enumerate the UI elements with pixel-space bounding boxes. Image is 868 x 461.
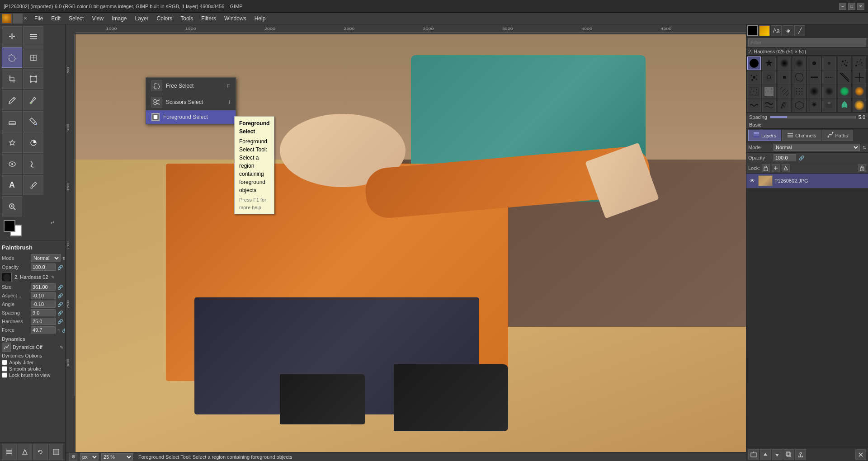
brush-cell-dots-pattern[interactable] (793, 85, 806, 98)
unified-transform-btn[interactable] (23, 69, 43, 89)
brush-cell-diagonal-1[interactable] (838, 71, 851, 84)
brush-cell-line-1[interactable] (807, 71, 821, 84)
brush-cell-splat[interactable] (807, 99, 821, 112)
layers-opacity-input[interactable] (774, 154, 796, 161)
brush-cell-cross[interactable] (853, 71, 866, 84)
layers-mode-arrows[interactable]: ⇅ (863, 145, 866, 150)
foreground-color-box[interactable] (4, 220, 15, 232)
minimize-button[interactable]: – (839, 3, 846, 10)
aspect-chain[interactable]: 🔗 (57, 293, 63, 298)
new-layer-from-visible-btn[interactable] (748, 449, 759, 460)
brush-icon[interactable]: ╱ (794, 25, 805, 36)
blur-sharpen-btn[interactable] (2, 154, 22, 174)
brush-cell-orange-round[interactable] (853, 85, 866, 98)
lock-brush-checkbox[interactable] (2, 372, 7, 378)
align-tool-btn[interactable] (23, 26, 43, 47)
opacity-chain[interactable]: 🔗 (57, 265, 63, 270)
device-status-tab[interactable] (18, 444, 33, 460)
menu-item-file[interactable]: File (31, 14, 47, 23)
heal-tool-btn[interactable] (2, 132, 22, 153)
lock-pixels-icon[interactable] (762, 164, 770, 172)
mode-arrows[interactable]: ⇅ (62, 256, 65, 261)
menu-item-help[interactable]: Help (251, 14, 269, 23)
brush-cell-round-orange[interactable] (853, 99, 866, 112)
aspect-input[interactable] (31, 292, 56, 299)
ctx-scissors-select[interactable]: Scissors Select I (146, 94, 236, 110)
duplicate-layer-btn[interactable] (783, 449, 794, 460)
unit-select[interactable]: pxmmin (80, 453, 99, 461)
brush-edit-btn[interactable]: ✎ (51, 275, 55, 280)
angle-input[interactable] (31, 301, 56, 308)
filter-input[interactable] (748, 38, 866, 47)
brush-cell-splatter-3[interactable] (747, 71, 761, 84)
hardness-chain[interactable]: 🔗 (57, 319, 63, 324)
zoom-tool-btn[interactable] (2, 196, 22, 216)
brush-cell-feathered[interactable] (822, 85, 836, 98)
angle-chain[interactable]: 🔗 (57, 302, 63, 307)
brush-cell-noisy-2[interactable] (762, 85, 776, 98)
brush-cell-spatter-2[interactable] (853, 56, 866, 70)
brush-cell-scatter-1[interactable] (778, 71, 791, 84)
brush-cell-black-circle[interactable] (747, 56, 761, 70)
layers-opacity-chain[interactable]: 🔗 (799, 155, 804, 160)
paths-tab[interactable]: Paths (822, 130, 853, 141)
hardness-input[interactable] (31, 318, 56, 325)
lock-position-icon[interactable] (772, 164, 780, 172)
brush-cell-stamp[interactable] (822, 99, 836, 112)
brush-cell-green[interactable] (838, 85, 851, 98)
text-tool-btn[interactable]: A (2, 175, 22, 195)
channels-tab[interactable]: Channels (782, 130, 821, 141)
maximize-button[interactable]: □ (848, 3, 855, 10)
mode-select[interactable]: NormalDissolveMultiply (31, 254, 61, 262)
gradient-icon[interactable] (759, 25, 770, 36)
menu-item-edit[interactable]: Edit (47, 14, 64, 23)
undo-history-tab[interactable] (33, 444, 48, 460)
dynamics-edit-btn[interactable]: ✎ (60, 345, 63, 350)
brush-cell-sketch-1[interactable] (778, 99, 791, 112)
menu-item-select[interactable]: Select (65, 14, 87, 23)
brush-cell-line-2[interactable] (822, 71, 836, 84)
menu-item-image[interactable]: Image (108, 14, 130, 23)
layer-visibility-eye[interactable]: 👁 (748, 177, 756, 185)
ctx-free-select[interactable]: Free Select F (146, 78, 236, 94)
smudge-tool-btn[interactable] (23, 154, 43, 174)
layers-tab[interactable]: Layers (748, 130, 781, 141)
statusbar-settings-icon[interactable]: ⚙ (69, 453, 77, 461)
brush-cell-canvas[interactable] (793, 99, 806, 112)
text-icon[interactable]: Aa (771, 25, 782, 36)
smooth-stroke-checkbox[interactable] (2, 366, 7, 372)
brush-cell-wiggly-1[interactable] (747, 99, 761, 112)
brush-cell-leaf[interactable] (838, 99, 851, 112)
brush-cell-soft-1[interactable] (778, 56, 791, 70)
move-tool-btn[interactable]: ✛ (2, 26, 22, 47)
layers-mode-select[interactable]: NormalMultiplyScreen (774, 144, 860, 151)
canvas-container[interactable]: Free Select F Scissors Select I Fore (75, 34, 746, 452)
transform-tool-btn[interactable] (23, 47, 43, 68)
brush-cell-scatter-2[interactable] (793, 71, 806, 84)
crop-tool-btn[interactable] (2, 69, 22, 89)
brush-cell-small-1[interactable] (807, 56, 821, 70)
images-tab[interactable] (49, 444, 64, 460)
lock-all-icon[interactable] (858, 164, 866, 172)
raise-layer-btn[interactable] (760, 449, 771, 460)
lower-layer-btn[interactable] (772, 449, 783, 460)
ctx-foreground-select[interactable]: Foreground Select (146, 110, 236, 124)
menu-item-filters[interactable]: Filters (198, 14, 220, 23)
opacity-input[interactable] (31, 263, 56, 271)
dodge-burn-btn[interactable] (23, 132, 43, 153)
layer-row[interactable]: 👁 P1260802.JPG (746, 174, 868, 188)
close-document-icon[interactable]: ✕ (24, 16, 27, 21)
eraser-tool-btn[interactable] (2, 111, 22, 132)
force-chain[interactable]: ~ (57, 328, 60, 333)
force-input[interactable] (31, 326, 56, 334)
brush-cell-wiggly-2[interactable] (762, 99, 776, 112)
apply-jitter-checkbox[interactable] (2, 360, 7, 365)
lock-alpha-icon[interactable] (782, 164, 790, 172)
menu-item-windows[interactable]: Windows (221, 14, 250, 23)
brush-cell-small-2[interactable] (822, 56, 836, 70)
bucket-fill-btn[interactable] (23, 111, 43, 132)
brush-cell-noisy-1[interactable] (747, 85, 761, 98)
brush-cell-star[interactable] (762, 56, 776, 70)
free-select-tool-btn[interactable] (2, 47, 22, 68)
tool-options-tab[interactable] (2, 444, 17, 460)
